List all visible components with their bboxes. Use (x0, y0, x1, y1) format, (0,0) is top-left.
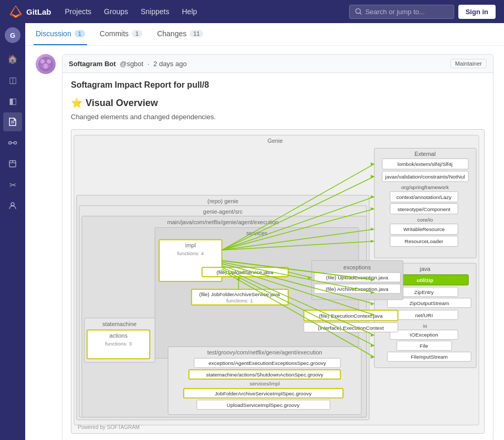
svg-text:java: java (419, 266, 431, 272)
comment-section: Softagram Bot @sgbot · 2 days ago Mainta… (25, 46, 504, 440)
tab-discussion[interactable]: Discussion 1 (34, 23, 87, 45)
svg-text:functions: 1: functions: 1 (226, 298, 253, 303)
svg-text:File: File (420, 343, 428, 349)
svg-text:(file) ExecutionContext.java: (file) ExecutionContext.java (319, 313, 383, 319)
sidebar-home-icon[interactable]: 🏠 (3, 49, 22, 68)
softagram-footer: Powered by SOFTAGRAM (78, 424, 140, 430)
discussion-badge: 1 (75, 30, 85, 37)
svg-text:IOException: IOException (410, 332, 438, 338)
search-box[interactable]: Search or jump to... (349, 5, 454, 19)
svg-text:FileInputStream: FileInputStream (411, 354, 447, 360)
svg-text:(interface) ExecutionContext: (interface) ExecutionContext (318, 325, 384, 331)
search-icon (355, 8, 362, 15)
svg-point-12 (40, 59, 45, 64)
changes-badge: 11 (190, 30, 203, 37)
comment-top-bar: Softagram Bot @sgbot · 2 days ago Mainta… (62, 55, 493, 73)
commits-badge: 1 (132, 30, 142, 37)
nav-projects[interactable]: Projects (60, 4, 97, 19)
svg-text:exceptions: exceptions (343, 264, 371, 270)
svg-point-15 (41, 65, 44, 68)
comment-body: Softagram Bot @sgbot · 2 days ago Mainta… (62, 54, 494, 440)
svg-point-0 (355, 9, 360, 14)
svg-text:lombok/extern/slf4j/Slf4j: lombok/extern/slf4j/Slf4j (397, 161, 453, 167)
sign-in-button[interactable]: Sign in (458, 5, 496, 19)
svg-text:JobFolderArchiveServiceImplSpe: JobFolderArchiveServiceImplSpec.groovy (215, 391, 312, 396)
svg-text:core/io: core/io (417, 217, 433, 223)
nav-snippets[interactable]: Snippets (135, 4, 174, 19)
diagram-svg: Genie External lombok/extern/slf4j/Slf4j… (71, 130, 484, 433)
svg-point-4 (9, 142, 12, 144)
diagram-container: Genie External lombok/extern/slf4j/Slf4j… (71, 129, 485, 434)
svg-text:actions: actions (109, 332, 128, 339)
sidebar-mr-icon[interactable]: ◧ (3, 91, 22, 110)
top-nav: GitLab Projects Groups Snippets Help Sea… (0, 0, 504, 23)
star-icon: ⭐ (71, 97, 82, 109)
svg-text:statemachine: statemachine (102, 321, 136, 327)
svg-point-10 (11, 203, 14, 206)
svg-text:statemachine/actions/ShutdownA: statemachine/actions/ShutdownActionSpec.… (206, 372, 323, 378)
svg-line-1 (360, 13, 361, 15)
avatar (36, 54, 56, 74)
svg-text:Genie: Genie (267, 138, 282, 144)
svg-text:genie-agent/src: genie-agent/src (203, 208, 243, 215)
svg-text:UploadServiceImplSpec.groovy: UploadServiceImplSpec.groovy (227, 402, 300, 408)
svg-text:net/URI: net/URI (415, 312, 433, 318)
svg-text:exceptions/AgentExecutionExcep: exceptions/AgentExecutionExceptionsSpec.… (208, 360, 326, 366)
svg-text:test/groovy/com/netflix/genie/: test/groovy/com/netflix/genie/agent/exec… (207, 349, 322, 355)
svg-text:functions: 3: functions: 3 (105, 341, 132, 347)
svg-text:functions: 4: functions: 4 (177, 250, 204, 256)
svg-text:ZipOutputStream: ZipOutputStream (410, 300, 449, 306)
tab-changes[interactable]: Changes 11 (155, 23, 205, 45)
comment-header: Softagram Bot @sgbot · 2 days ago Mainta… (36, 54, 494, 440)
svg-text:javax/validation/constraints/N: javax/validation/constraints/NotNul (385, 174, 465, 180)
svg-text:External: External (415, 151, 436, 157)
svg-text:stereotype/Component: stereotype/Component (397, 206, 450, 212)
layout: G 🏠 ◫ ◧ ✂ (0, 23, 504, 440)
svg-text:(repo) genie: (repo) genie (207, 198, 238, 204)
svg-text:io: io (423, 323, 427, 329)
main-content: Discussion 1 Commits 1 Changes 11 (25, 23, 504, 440)
visual-overview-heading: ⭐ Visual Overview (71, 97, 485, 109)
sidebar-packages-icon[interactable] (3, 154, 22, 173)
sidebar: G 🏠 ◫ ◧ ✂ (0, 23, 25, 440)
sidebar-wiki-icon[interactable]: ✂ (3, 175, 22, 194)
comment-author-info: Softagram Bot @sgbot · 2 days ago (69, 60, 187, 68)
nav-logo[interactable]: GitLab (8, 4, 51, 19)
nav-help[interactable]: Help (176, 4, 202, 19)
svg-text:ZipEntry: ZipEntry (414, 289, 434, 295)
svg-text:util/zip: util/zip (417, 277, 433, 283)
svg-point-13 (47, 59, 51, 64)
svg-text:WritableResource: WritableResource (403, 226, 445, 232)
svg-text:services/impl: services/impl (249, 381, 279, 386)
svg-text:ResourceLoader: ResourceLoader (405, 238, 444, 244)
svg-text:org/springframework: org/springframework (401, 184, 449, 190)
svg-point-5 (14, 142, 17, 144)
sidebar-members-icon[interactable] (3, 196, 22, 215)
subtext: Changed elements and changed dependencie… (71, 113, 485, 121)
sidebar-pipelines-icon[interactable] (3, 133, 22, 152)
sidebar-repo-icon[interactable] (3, 112, 22, 131)
sidebar-issues-icon[interactable]: ◫ (3, 70, 22, 89)
comment-content: Softagram Impact Report for pull/8 ⭐ Vis… (62, 73, 493, 440)
sidebar-avatar[interactable]: G (5, 27, 20, 43)
svg-point-16 (47, 65, 50, 68)
svg-text:context/annotation/Lazy: context/annotation/Lazy (396, 194, 452, 200)
tabs-bar: Discussion 1 Commits 1 Changes 11 (25, 23, 504, 46)
maintainer-badge: Maintainer (450, 59, 487, 68)
svg-text:main/java/com/netflix/genie/ag: main/java/com/netflix/genie/agent/execut… (167, 219, 278, 225)
nav-links: Projects Groups Snippets Help (60, 4, 203, 19)
svg-text:impl: impl (185, 242, 196, 248)
tab-commits[interactable]: Commits 1 (98, 23, 144, 45)
nav-search: Search or jump to... Sign in (349, 5, 496, 19)
comment-title: Softagram Impact Report for pull/8 (71, 80, 485, 90)
nav-groups[interactable]: Groups (99, 4, 133, 19)
